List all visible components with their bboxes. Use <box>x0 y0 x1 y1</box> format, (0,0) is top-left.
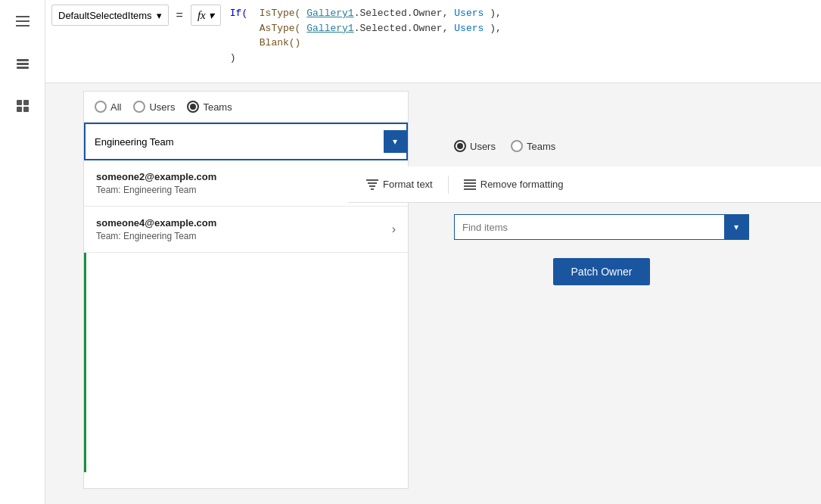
canvas: Format text Remove formatting All Users <box>45 83 821 504</box>
format-toolbar: Format text Remove formatting <box>348 166 821 203</box>
remove-formatting-button[interactable]: Remove formatting <box>455 174 573 194</box>
radio-teams[interactable]: Teams <box>187 101 232 113</box>
radio-all[interactable]: All <box>95 101 121 113</box>
formula-line-2: AsType( Gallery1.Selected.Owner, Users )… <box>230 21 810 36</box>
formula-line-4: ) <box>230 51 810 66</box>
gallery-item-1-team: Team: Engineering Team <box>96 185 216 195</box>
svg-rect-3 <box>17 59 29 61</box>
find-items-input[interactable] <box>455 217 724 238</box>
gallery-item-2-email: someone4@example.com <box>96 217 216 229</box>
formula-bar: DefaultSelectedItems ▾ = fx ▾ If( IsType… <box>45 0 821 83</box>
svg-rect-10 <box>366 179 378 181</box>
radio-teams-label: Teams <box>203 101 232 113</box>
team-dropdown[interactable]: Engineering Team ▾ <box>84 123 408 160</box>
svg-rect-7 <box>23 100 29 105</box>
fx-button[interactable]: fx ▾ <box>191 5 221 26</box>
formula-line-3: Blank() <box>230 36 810 51</box>
gallery-item-2-team: Team: Engineering Team <box>96 231 216 241</box>
equals-sign: = <box>173 5 186 26</box>
formula-code[interactable]: If( IsType( Gallery1.Selected.Owner, Use… <box>225 5 815 67</box>
svg-rect-5 <box>17 67 29 69</box>
radio-teams-circle <box>187 101 199 113</box>
left-sidebar <box>0 0 45 504</box>
right-radio-teams[interactable]: Teams <box>511 140 555 152</box>
radio-all-label: All <box>110 101 121 113</box>
right-radio-teams-circle <box>511 140 523 152</box>
team-dropdown-arrow-icon: ▾ <box>384 130 406 153</box>
layers-icon[interactable] <box>9 50 36 77</box>
gallery-item-2[interactable]: someone4@example.com Team: Engineering T… <box>84 207 408 253</box>
svg-rect-2 <box>16 25 30 26</box>
format-text-button[interactable]: Format text <box>357 174 442 194</box>
patch-owner-button[interactable]: Patch Owner <box>553 258 651 285</box>
right-radio-group: Users Teams <box>454 140 749 152</box>
gallery-item-1-content: someone2@example.com Team: Engineering T… <box>96 171 216 195</box>
grid-icon[interactable] <box>9 92 36 120</box>
hamburger-icon[interactable] <box>9 8 36 35</box>
toolbar-divider <box>448 176 449 194</box>
svg-rect-16 <box>464 185 476 187</box>
right-radio-users[interactable]: Users <box>454 140 496 152</box>
svg-rect-14 <box>464 179 476 181</box>
svg-rect-0 <box>16 16 30 17</box>
radio-users[interactable]: Users <box>133 101 175 113</box>
svg-rect-15 <box>464 182 476 184</box>
radio-users-circle <box>133 101 145 113</box>
fx-label: fx <box>197 9 206 22</box>
radio-all-circle <box>95 101 107 113</box>
svg-rect-9 <box>23 107 29 112</box>
team-dropdown-value: Engineering Team <box>95 136 174 148</box>
gallery-item-1-email: someone2@example.com <box>96 171 216 182</box>
svg-rect-11 <box>368 182 377 184</box>
svg-rect-17 <box>464 188 476 190</box>
svg-rect-13 <box>371 188 374 190</box>
right-radio-teams-label: Teams <box>527 141 555 152</box>
right-radio-users-label: Users <box>470 141 496 152</box>
property-label: DefaultSelectedItems <box>58 10 152 21</box>
right-radio-users-circle <box>454 140 466 152</box>
gallery-item-2-chevron-icon: › <box>392 222 396 236</box>
find-items-dropdown-icon[interactable]: ▾ <box>724 214 748 240</box>
format-text-icon <box>366 179 378 190</box>
right-panel: Users Teams ▾ Patch Owner <box>439 125 764 300</box>
gallery-item-2-content: someone4@example.com Team: Engineering T… <box>96 217 216 241</box>
dropdown-chevron-icon: ▾ <box>157 10 162 21</box>
svg-rect-6 <box>17 100 22 105</box>
remove-formatting-label: Remove formatting <box>480 179 564 190</box>
property-dropdown[interactable]: DefaultSelectedItems ▾ <box>51 5 169 26</box>
fx-chevron-icon: ▾ <box>209 9 214 22</box>
svg-rect-12 <box>369 185 375 187</box>
gallery-empty-area <box>84 253 408 472</box>
svg-rect-4 <box>17 63 29 65</box>
find-items-row: ▾ <box>454 214 749 240</box>
remove-formatting-icon <box>464 179 476 190</box>
left-gallery-panel: All Users Teams Engineering Team ▾ someo… <box>83 91 409 489</box>
formula-line-1: If( IsType( Gallery1.Selected.Owner, Use… <box>230 6 810 21</box>
svg-rect-1 <box>16 20 30 22</box>
svg-rect-8 <box>17 107 22 112</box>
radio-users-label: Users <box>149 101 175 113</box>
format-text-label: Format text <box>383 179 433 190</box>
filter-radio-group: All Users Teams <box>84 92 408 123</box>
